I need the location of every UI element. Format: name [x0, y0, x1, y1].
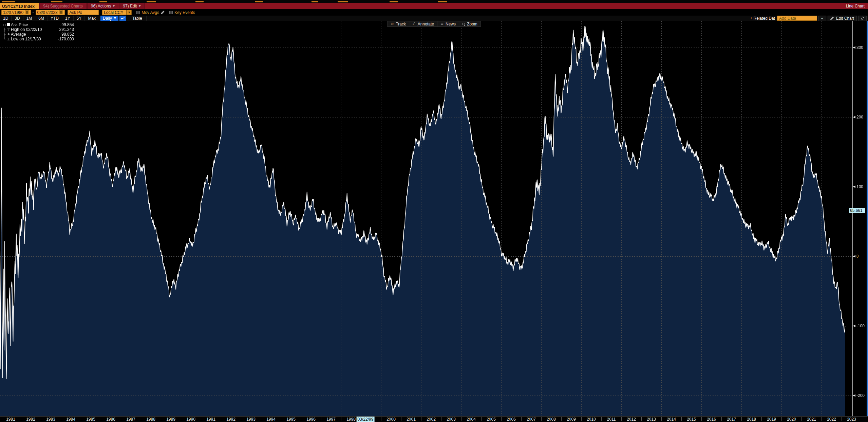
chart-settings-button[interactable] — [858, 16, 867, 21]
x-tick-2011: 2011 — [607, 417, 616, 422]
legend-label: Low on 12/17/80 — [11, 37, 54, 41]
news-label: News — [446, 22, 456, 26]
y-tick-200: 200 — [856, 115, 863, 120]
frequency-dropdown[interactable]: Daily ▼ — [100, 16, 118, 21]
track-crosshair-icon: ⊕ — [391, 22, 394, 26]
x-tick-2016: 2016 — [707, 417, 716, 422]
legend-row-low[interactable]: └⊥Low on 12/17/80-170.000 — [3, 37, 74, 41]
y-tick-0: 0 — [856, 254, 859, 259]
x-axis-separator — [521, 417, 522, 421]
pencil-icon — [830, 16, 834, 20]
period-bar: 1D3D1M6MYTD1Y5YMax Daily ▼ Table + Relat… — [0, 16, 868, 21]
title-bar: USYC2Y10 Index 94) Suggested Charts 96) … — [0, 3, 868, 9]
legend-label: High on 02/22/10 — [11, 27, 54, 32]
currency-selector[interactable]: Local CCY — [102, 10, 127, 15]
currency-dropdown-button[interactable]: ▼ — [127, 10, 132, 15]
date-from-value: 12/07/1980 — [3, 10, 23, 15]
ticker-fragment — [312, 1, 318, 2]
zoom-button[interactable]: Zoom — [459, 21, 480, 26]
suggested-charts-menu[interactable]: 94) Suggested Charts — [39, 3, 87, 9]
key-events-checkbox[interactable] — [169, 11, 173, 14]
legend-value: -99.854 — [54, 22, 74, 27]
x-axis-separator — [1, 417, 1, 421]
x-axis-separator — [661, 417, 662, 421]
x-axis-separator — [721, 417, 722, 421]
x-tick-2009: 2009 — [567, 417, 576, 422]
legend-value: -170.000 — [54, 37, 74, 41]
x-axis-separator — [141, 417, 141, 421]
legend-label: Average — [11, 32, 54, 37]
chart-type-button[interactable] — [119, 16, 126, 21]
ticker-tab[interactable]: USYC2Y10 Index — [0, 3, 39, 9]
clipped-ticker-strip — [0, 0, 868, 3]
edit-chart-button[interactable]: Edit Chart — [828, 16, 857, 21]
annotate-button[interactable]: ∠Annotate — [409, 21, 437, 26]
x-axis-separator — [601, 417, 602, 421]
price-field-selector[interactable]: Ask Px — [68, 10, 99, 15]
average-marker-icon — [6, 33, 11, 36]
x-tick-2006: 2006 — [507, 417, 516, 422]
x-tick-2018: 2018 — [747, 417, 756, 422]
x-tick-1992: 1992 — [226, 417, 235, 422]
period-tab-1m[interactable]: 1M — [23, 16, 36, 21]
x-tick-2012: 2012 — [627, 417, 636, 422]
x-axis-separator — [801, 417, 802, 421]
window-edge-stripe[interactable] — [867, 21, 868, 416]
calendar-icon[interactable]: ▦ — [25, 11, 29, 14]
tracked-value-badge: 65.661 — [849, 208, 865, 213]
gear-icon — [861, 17, 864, 20]
y-tick--100: -100 — [856, 324, 865, 328]
x-tick-2014: 2014 — [667, 417, 676, 422]
chart-region: ⊟Ask Price-99.854├⊤High on 02/22/10291.2… — [0, 21, 868, 416]
legend-row-high[interactable]: ├⊤High on 02/22/10291.243 — [3, 27, 74, 32]
period-tab-ytd[interactable]: YTD — [48, 16, 62, 21]
actions-menu[interactable]: 96) Actions ▼ — [87, 3, 119, 9]
x-tick-2021: 2021 — [807, 417, 816, 422]
x-axis-separator — [561, 417, 562, 421]
tracked-date-badge: 03/22/99 — [357, 417, 375, 422]
x-axis-separator — [842, 417, 842, 421]
related-data-label[interactable]: + Related Dat — [750, 16, 775, 21]
pencil-icon[interactable] — [161, 11, 165, 14]
x-tick-1994: 1994 — [266, 417, 276, 422]
table-button[interactable]: Table — [128, 16, 147, 21]
period-tab-1d[interactable]: 1D — [0, 16, 12, 21]
legend-value: 98.852 — [54, 32, 74, 37]
period-tab-3d[interactable]: 3D — [12, 16, 23, 21]
ticker-fragment — [2, 1, 15, 2]
period-tab-6m[interactable]: 6M — [35, 16, 48, 21]
news-icon: ≡ — [440, 22, 444, 26]
legend-row-series-swatch[interactable]: ⊟Ask Price-99.854 — [3, 22, 74, 27]
x-tick-2001: 2001 — [407, 417, 416, 422]
track-button[interactable]: ⊕Track — [388, 21, 409, 26]
legend-tree-glyph: ├ — [3, 33, 6, 36]
mov-avgs-label: Mov Avgs — [141, 10, 159, 15]
mov-avgs-checkbox[interactable] — [136, 11, 140, 14]
chevron-down-icon: ▼ — [139, 4, 141, 7]
period-tab-1y[interactable]: 1Y — [62, 16, 74, 21]
chart-legend: ⊟Ask Price-99.854├⊤High on 02/22/10291.2… — [3, 22, 74, 41]
edit-menu[interactable]: 97) Edit ▼ — [119, 3, 145, 9]
ticker-fragment — [51, 1, 62, 2]
collapse-panel-button[interactable]: « — [818, 16, 826, 21]
price-chart-canvas[interactable] — [0, 21, 868, 416]
field-bar: 12/07/1980 ▦ - 03/07/2023 ▦ Ask Px Local… — [0, 9, 868, 16]
view-mode-label: Line Chart — [846, 3, 868, 9]
news-button[interactable]: ≡News — [437, 21, 459, 26]
x-axis-separator — [121, 417, 121, 421]
date-to-field[interactable]: 03/07/2023 ▦ — [36, 10, 65, 15]
x-tick-1987: 1987 — [126, 417, 135, 422]
period-tab-5y[interactable]: 5Y — [74, 16, 85, 21]
x-axis-separator — [161, 417, 161, 421]
ticker-fragment — [99, 1, 107, 2]
zoom-label: Zoom — [467, 22, 477, 26]
x-tick-1986: 1986 — [106, 417, 115, 422]
date-from-field[interactable]: 12/07/1980 ▦ — [1, 10, 31, 15]
x-tick-2017: 2017 — [727, 417, 736, 422]
period-tab-max[interactable]: Max — [85, 16, 99, 21]
x-axis-separator — [281, 417, 281, 421]
x-axis-separator — [321, 417, 321, 421]
add-data-input[interactable]: Add Data — [777, 16, 817, 21]
calendar-icon[interactable]: ▦ — [59, 11, 63, 14]
legend-row-average[interactable]: ├Average98.852 — [3, 32, 74, 37]
